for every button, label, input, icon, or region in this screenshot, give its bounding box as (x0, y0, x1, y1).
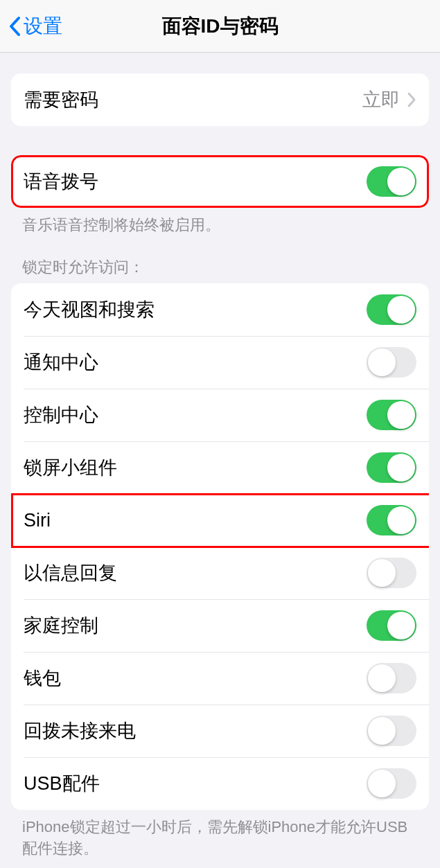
allow-toggle-control[interactable] (367, 400, 416, 430)
allow-label-home: 家庭控制 (24, 613, 98, 638)
allow-row-home: 家庭控制 (24, 599, 429, 652)
chevron-right-icon (407, 91, 416, 108)
passcode-group: 需要密码 立即 (11, 73, 429, 126)
allow-row-notification: 通知中心 (24, 336, 429, 389)
require-passcode-label: 需要密码 (24, 87, 98, 112)
allow-row-callback: 回拨未接来电 (24, 705, 429, 757)
voice-dial-group: 语音拨号 (11, 155, 429, 208)
allow-label-msgreply: 以信息回复 (24, 560, 117, 585)
allow-when-locked-header: 锁定时允许访问： (0, 236, 440, 283)
allow-label-control: 控制中心 (24, 402, 98, 427)
allow-label-widget: 锁屏小组件 (24, 455, 117, 480)
allow-toggle-siri[interactable] (367, 505, 416, 535)
allow-toggle-today[interactable] (367, 294, 416, 325)
allow-toggle-notification[interactable] (367, 347, 416, 378)
allow-row-today: 今天视图和搜索 (11, 283, 429, 336)
allow-toggle-home[interactable] (367, 610, 416, 641)
back-label: 设置 (24, 13, 62, 39)
require-passcode-row[interactable]: 需要密码 立即 (11, 73, 429, 126)
allow-row-widget: 锁屏小组件 (24, 441, 429, 494)
allow-toggle-wallet[interactable] (367, 663, 416, 693)
allow-label-wallet: 钱包 (24, 666, 61, 691)
voice-dial-footnote: 音乐语音控制将始终被启用。 (0, 208, 440, 236)
allow-row-usb: USB配件 (24, 757, 429, 810)
require-passcode-value: 立即 (362, 87, 400, 112)
allow-toggle-msgreply[interactable] (367, 558, 416, 588)
allow-label-siri: Siri (24, 510, 51, 531)
allow-label-today: 今天视图和搜索 (24, 297, 155, 322)
voice-dial-row: 语音拨号 (11, 155, 429, 208)
back-button[interactable]: 设置 (0, 13, 62, 39)
allow-toggle-widget[interactable] (367, 452, 416, 483)
allow-label-usb: USB配件 (24, 771, 100, 796)
page-title: 面容ID与密码 (162, 13, 279, 39)
allow-row-msgreply: 以信息回复 (24, 547, 429, 599)
nav-header: 设置 面容ID与密码 (0, 0, 440, 53)
voice-dial-label: 语音拨号 (24, 169, 98, 194)
allow-label-callback: 回拨未接来电 (24, 718, 136, 743)
allow-label-notification: 通知中心 (24, 350, 98, 375)
allow-row-control: 控制中心 (24, 389, 429, 441)
allow-toggle-callback[interactable] (367, 716, 416, 746)
voice-dial-toggle[interactable] (367, 166, 416, 197)
chevron-left-icon (8, 16, 21, 37)
allow-toggle-usb[interactable] (367, 768, 416, 799)
allow-row-siri: Siri (24, 494, 429, 547)
allow-when-locked-group: 今天视图和搜索通知中心控制中心锁屏小组件Siri以信息回复家庭控制钱包回拨未接来… (11, 283, 429, 810)
usb-footnote: iPhone锁定超过一小时后，需先解锁iPhone才能允许USB配件连接。 (0, 810, 440, 860)
allow-row-wallet: 钱包 (24, 652, 429, 705)
require-passcode-value-wrap: 立即 (362, 87, 416, 112)
